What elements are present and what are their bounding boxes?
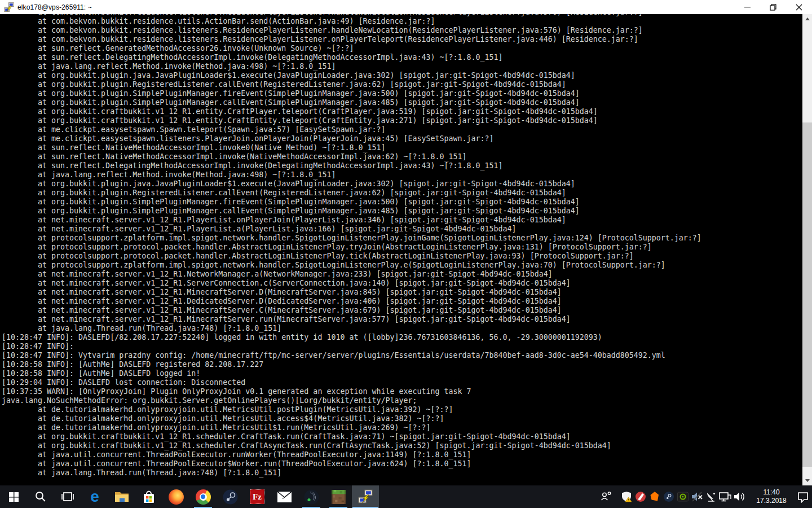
folder-icon: [114, 491, 129, 503]
terminal-line: at de.tutorialmakerhd.onlyproxyjoin.util…: [2, 423, 802, 432]
terminal-line: [10:28:47 INFO]:: [2, 342, 802, 351]
terminal-line: at org.bukkit.plugin.java.JavaPluginLoad…: [2, 179, 802, 189]
minecraft-grass-block-icon: [332, 490, 346, 504]
volume-tray-button[interactable]: [732, 485, 746, 508]
avast-tray-button[interactable]: [647, 485, 661, 508]
muted-speaker-tray-button[interactable]: [690, 485, 704, 508]
terminal-scrollbar[interactable]: [802, 14, 812, 485]
action-center-icon: [797, 491, 809, 503]
firefox-icon: [169, 489, 184, 505]
people-icon: [600, 491, 612, 503]
terminal-line: at org.bukkit.plugin.SimplePluginManager…: [2, 98, 802, 107]
terminal-line: at java.util.concurrent.ThreadPoolExecut…: [2, 459, 802, 468]
taskbar-button-putty[interactable]: [352, 485, 379, 508]
steam-icon: [223, 489, 238, 505]
terminal-line: at net.minecraft.server.v1_12_R1.PlayerL…: [2, 216, 802, 225]
terminal-line: at org.bukkit.craftbukkit.v1_12_R1.sched…: [2, 432, 802, 441]
terminal-line: at de.tutorialmakerhd.onlyproxyjoin.util…: [2, 405, 802, 414]
ccleaner-icon: [635, 491, 646, 502]
terminal-line: at sun.reflect.GeneratedMethodAccessor26…: [2, 44, 802, 53]
start-button[interactable]: [0, 485, 27, 508]
satellite-dish-icon: [705, 491, 717, 503]
terminal-line: at net.minecraft.server.v1_12_R1.Network…: [2, 270, 802, 279]
ccleaner-tray-button[interactable]: [633, 485, 647, 508]
taskbar-button-firefox[interactable]: [162, 485, 189, 508]
putty-window-icon: [4, 2, 14, 12]
defender-shield-icon: [621, 491, 632, 502]
steam-tray-button[interactable]: [661, 485, 676, 508]
defender-tray-button[interactable]: [619, 485, 633, 508]
terminal-line: at net.minecraft.server.v1_12_R1.Minecra…: [2, 315, 802, 324]
terminal-line: at org.bukkit.plugin.java.JavaPluginLoad…: [2, 71, 802, 80]
scrollbar-thumb[interactable]: [802, 122, 812, 467]
filezilla-icon: Fz: [250, 489, 264, 504]
terminal-line: at me.clickpt.easysetspawn.listeners.Pla…: [2, 134, 802, 143]
terminal-line: at org.bukkit.craftbukkit.v1_12_R1.entit…: [2, 116, 802, 125]
taskbar: e: [0, 485, 812, 508]
taskbar-button-file-explorer[interactable]: [108, 485, 135, 508]
terminal-line: at protocolsupport.protocol.packet.handl…: [2, 243, 802, 252]
terminal-line: at org.bukkit.plugin.SimplePluginManager…: [2, 207, 802, 216]
taskbar-button-teamspeak[interactable]: [298, 485, 325, 508]
muted-speaker-icon: [691, 491, 703, 503]
taskbar-button-mail[interactable]: [271, 485, 298, 508]
terminal-log: at com.bekvon.bukkit.residence.utils.Act…: [2, 17, 802, 478]
terminal-line: at net.minecraft.server.v1_12_R1.Dedicat…: [2, 297, 802, 306]
network-icon: [718, 491, 732, 503]
terminal-screen[interactable]: at com.bekvon.bukkit.residence.listeners…: [0, 14, 802, 485]
terminal-line: [10:28:47 INFO]: Vytvarim prazdny config…: [2, 351, 802, 360]
terminal-line: at net.minecraft.server.v1_12_R1.Minecra…: [2, 288, 802, 297]
minimize-button[interactable]: [734, 0, 760, 14]
search-icon: [34, 491, 47, 503]
people-button[interactable]: [597, 485, 616, 508]
window-titlebar[interactable]: elko178@vps-265911: ~: [0, 0, 812, 14]
volume-icon: [733, 491, 745, 503]
terminal-line: at org.bukkit.plugin.SimplePluginManager…: [2, 89, 802, 98]
network-tray-button[interactable]: [718, 485, 732, 508]
terminal-line: at sun.reflect.DelegatingMethodAccessorI…: [2, 53, 802, 62]
edge-icon: e: [90, 489, 99, 505]
terminal-line: at java.lang.reflect.Method.invoke(Metho…: [2, 62, 802, 71]
steam-tray-icon: [664, 492, 674, 502]
taskbar-button-store[interactable]: [135, 485, 162, 508]
terminal-line: at org.bukkit.plugin.RegisteredListener.…: [2, 189, 802, 198]
restore-icon: [770, 4, 776, 11]
tray-clock[interactable]: 11:40 17.3.2018: [752, 488, 791, 505]
terminal-line: at com.bekvon.bukkit.residence.listeners…: [2, 26, 802, 35]
taskbar-button-steam[interactable]: [217, 485, 244, 508]
terminal-line: at org.bukkit.plugin.SimplePluginManager…: [2, 198, 802, 207]
terminal-line: at protocolsupport.protocol.packet.handl…: [2, 252, 802, 261]
taskbar-button-filezilla[interactable]: Fz: [244, 485, 271, 508]
task-view-button[interactable]: [54, 485, 81, 508]
nvidia-icon: [677, 491, 689, 502]
terminal-line: at java.lang.reflect.Method.invoke(Metho…: [2, 170, 802, 179]
store-bag-icon: [142, 489, 156, 504]
avast-icon: [649, 491, 660, 502]
taskbar-button-edge[interactable]: e: [81, 485, 108, 508]
taskbar-search-button[interactable]: [27, 485, 54, 508]
action-center-button[interactable]: [796, 485, 810, 508]
terminal-line: at me.clickpt.easysetspawn.Spawn.telepor…: [2, 125, 802, 134]
terminal-line: at org.bukkit.craftbukkit.v1_12_R1.entit…: [2, 107, 802, 116]
terminal-line: [10:29:04 INFO]: DASLEFD lost connection…: [2, 378, 802, 387]
terminal-line: at org.bukkit.plugin.RegisteredListener.…: [2, 80, 802, 89]
terminal-line: at com.bekvon.bukkit.residence.listeners…: [2, 35, 802, 44]
scrollbar-up-arrow[interactable]: [802, 14, 812, 24]
terminal-line: at sun.reflect.DelegatingMethodAccessorI…: [2, 161, 802, 170]
scrollbar-down-arrow[interactable]: [802, 476, 812, 485]
terminal-prompt-line: >: [2, 478, 802, 485]
minimize-icon: [744, 4, 751, 10]
terminal-line: [10:37:35 WARN]: [OnlyProxyJoin] Plugin …: [2, 387, 802, 396]
satellite-tray-button[interactable]: [704, 485, 718, 508]
terminal-line: at org.bukkit.craftbukkit.v1_12_R1.sched…: [2, 441, 802, 450]
restore-button[interactable]: [760, 0, 786, 14]
close-button[interactable]: [786, 0, 812, 14]
terminal-line: [10:28:58 INFO]: [AuthMe] DASLEFD regist…: [2, 360, 802, 369]
windows-start-icon: [8, 491, 20, 503]
nvidia-tray-button[interactable]: [676, 485, 690, 508]
putty-icon: [358, 489, 373, 504]
taskbar-button-chrome[interactable]: [189, 485, 217, 508]
terminal-line: at protocolsupport.zplatform.impl.spigot…: [2, 234, 802, 243]
taskbar-button-minecraft[interactable]: [325, 485, 352, 508]
terminal-line: at java.lang.Thread.run(Thread.java:748)…: [2, 468, 802, 478]
